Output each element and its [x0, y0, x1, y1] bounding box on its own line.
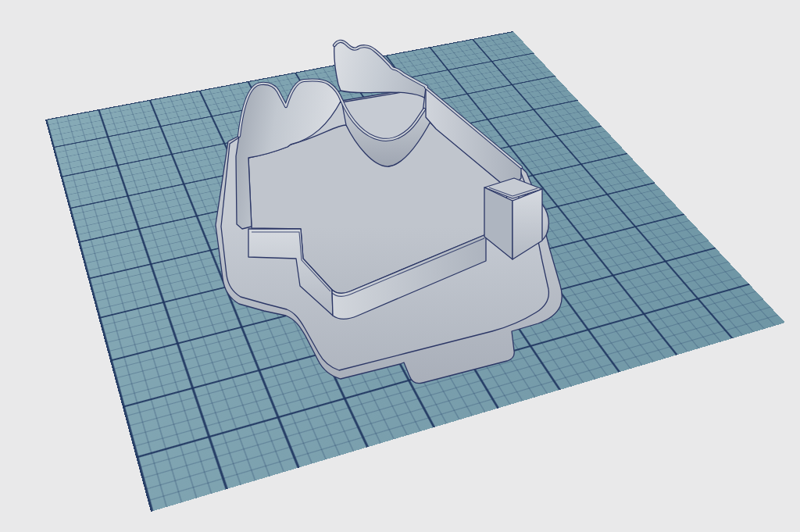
viewport-canvas[interactable] — [0, 0, 800, 532]
build-plate-grid — [45, 31, 785, 512]
